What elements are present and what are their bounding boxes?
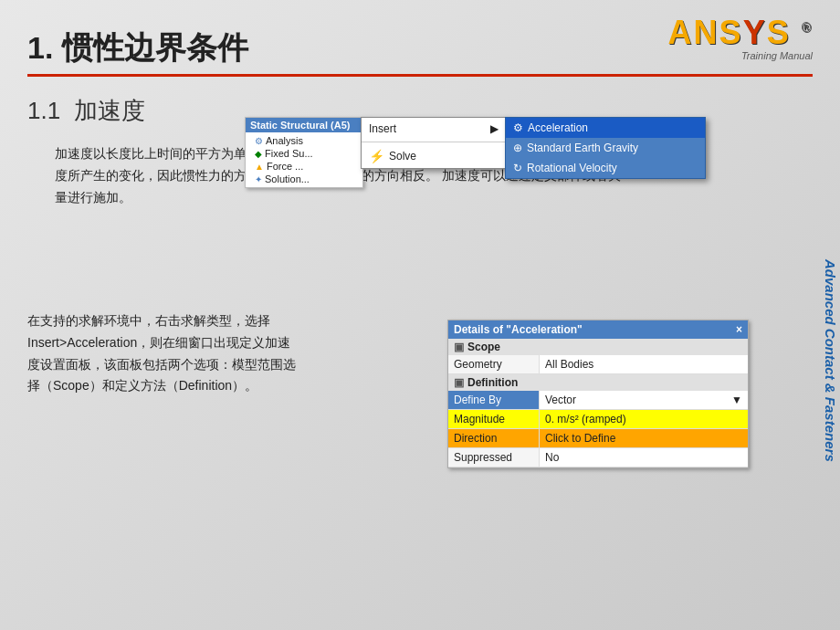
ansys-logo-text: ANSYS ® <box>668 14 813 52</box>
direction-row: Direction Click to Define <box>448 429 748 448</box>
rotational-icon: ↻ <box>513 162 522 174</box>
details-close-button[interactable]: × <box>736 323 742 336</box>
context-menu-insert[interactable]: Insert ▶ <box>362 118 506 140</box>
suppressed-value: No <box>540 448 748 467</box>
fixedsup-icon: ◆ <box>255 149 262 159</box>
tree-title-text: Static Structural (A5) <box>250 120 350 131</box>
accel-item-gravity[interactable]: ⊕ Standard Earth Gravity <box>506 138 705 158</box>
magnitude-label: Magnitude <box>448 410 540 428</box>
subsection-title-text: 加速度 <box>74 97 145 124</box>
vertical-sidebar-text: Advanced Contact & Fasteners <box>823 110 838 612</box>
scope-section-header: ▣ Scope <box>448 339 748 355</box>
tree-title-bar: Static Structural (A5) <box>246 118 362 132</box>
solution-icon: ✦ <box>255 174 262 184</box>
analysis-icon: ⚙ <box>255 136 263 146</box>
magnitude-row: Magnitude 0. m/s² (ramped) <box>448 410 748 429</box>
tree-item-fixedsup: ◆ Fixed Su... <box>249 147 359 160</box>
details-title-bar: Details of "Acceleration" × <box>448 320 748 339</box>
ansys-logo: ANSYS ® Training Manual <box>668 14 813 61</box>
suppressed-row: Suppressed No <box>448 448 748 467</box>
gravity-icon: ⊕ <box>513 142 522 154</box>
geometry-label: Geometry <box>448 355 540 373</box>
geometry-value: All Bodies <box>540 355 748 373</box>
direction-label: Direction <box>448 429 540 447</box>
scope-toggle[interactable]: ▣ <box>454 341 464 353</box>
tree-item-force: ▲ Force ... <box>249 160 359 173</box>
vertical-label-text: Advanced Contact & Fasteners <box>823 259 838 462</box>
acceleration-icon: ⚙ <box>513 121 523 134</box>
acceleration-submenu: ⚙ Acceleration ⊕ Standard Earth Gravity … <box>505 117 706 179</box>
scope-geometry-row: Geometry All Bodies <box>448 355 748 374</box>
force-icon: ▲ <box>255 162 264 172</box>
direction-value[interactable]: Click to Define <box>540 429 748 447</box>
tree-screenshot: Static Structural (A5) ⚙ Analysis ◆ Fixe… <box>245 117 363 188</box>
section-title-text: 惯性边界条件 <box>62 30 248 65</box>
body-text-left: 在支持的求解环境中，右击求解类型，选择Insert>Acceleration，则… <box>27 310 301 397</box>
define-by-label: Define By <box>448 391 540 409</box>
define-by-value[interactable]: Vector▼ <box>540 391 748 409</box>
context-menu: Insert ▶ ⚡ Solve <box>361 117 507 169</box>
magnitude-value[interactable]: 0. m/s² (ramped) <box>540 410 748 428</box>
accel-item-acceleration[interactable]: ⚙ Acceleration <box>506 118 705 138</box>
accel-item-rotational[interactable]: ↻ Rotational Velocity <box>506 158 705 178</box>
subsection-number: 1.1 <box>27 97 60 124</box>
menu-separator <box>362 142 506 142</box>
tree-items: ⚙ Analysis ◆ Fixed Su... ▲ Force ... ✦ S… <box>246 132 362 187</box>
suppressed-label: Suppressed <box>448 448 540 467</box>
section-number: 1. <box>27 30 53 65</box>
context-menu-solve[interactable]: ⚡ Solve <box>362 144 506 168</box>
lightning-icon: ⚡ <box>369 149 384 163</box>
details-title-text: Details of "Acceleration" <box>454 323 583 336</box>
definition-toggle[interactable]: ▣ <box>454 376 464 389</box>
define-by-row: Define By Vector▼ <box>448 391 748 410</box>
details-panel: Details of "Acceleration" × ▣ Scope Geom… <box>447 320 749 468</box>
red-divider-line <box>27 74 813 77</box>
tree-item-analysis: ⚙ Analysis <box>249 134 359 147</box>
page-background: ANSYS ® Training Manual 1. 惯性边界条件 1.1 加速… <box>0 0 840 630</box>
subsection-title: 1.1 加速度 <box>27 95 145 127</box>
tree-item-solution: ✦ Solution... <box>249 173 359 185</box>
definition-section-header: ▣ Definition <box>448 374 748 391</box>
